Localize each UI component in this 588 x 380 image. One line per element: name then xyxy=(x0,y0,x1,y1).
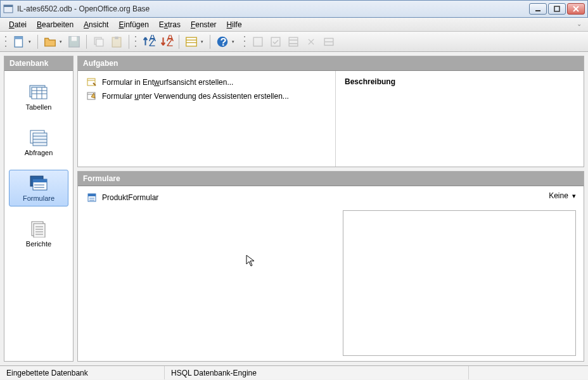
task-label: Formular unter Verwendung des Assistente… xyxy=(102,92,289,101)
tasks-body: Formular in Entwurfsansicht erstellen...… xyxy=(78,71,584,167)
forms-icon xyxy=(28,174,49,192)
reports-icon xyxy=(28,220,49,238)
task-create-design-view[interactable]: Formular in Entwurfsansicht erstellen... xyxy=(87,77,326,87)
main-area: Datenbank Tabellen Abfragen Formulare xyxy=(0,52,588,365)
maximize-button[interactable] xyxy=(548,3,566,15)
task-label: Formular in Entwurfsansicht erstellen... xyxy=(102,78,233,87)
menu-bearbeiten[interactable]: Bearbeiten xyxy=(32,19,79,30)
svg-text:Z: Z xyxy=(149,36,155,48)
tasks-list: Formular in Entwurfsansicht erstellen...… xyxy=(78,71,335,167)
form-icon xyxy=(87,193,97,203)
svg-rect-25 xyxy=(289,37,298,46)
content-area: Aufgaben Formular in Entwurfsansicht ers… xyxy=(77,56,584,362)
title-bar: IL-ates6502.odb - OpenOffice.org Base xyxy=(0,0,588,18)
forms-body: ProduktFormular Keine ▾ xyxy=(78,186,584,361)
status-spacer xyxy=(469,366,588,379)
toolbar-separator xyxy=(37,35,38,49)
nav-list: Tabellen Abfragen Formulare Berichte xyxy=(4,71,73,361)
menu-hilfe[interactable]: Hilfe xyxy=(222,19,247,30)
form-wizard-icon xyxy=(87,91,97,101)
save-button[interactable] xyxy=(67,34,82,49)
close-button[interactable] xyxy=(567,3,585,15)
toolbar-grip[interactable] xyxy=(4,35,8,49)
form-item-produktformular[interactable]: ProduktFormular xyxy=(87,193,326,203)
svg-rect-18 xyxy=(186,37,197,46)
nav-tables[interactable]: Tabellen xyxy=(9,79,68,115)
svg-rect-29 xyxy=(32,87,47,99)
nav-label: Abfragen xyxy=(25,149,53,156)
preview-box xyxy=(343,210,576,356)
copy-button[interactable] xyxy=(91,34,106,49)
help-button[interactable]: ? ▾ xyxy=(215,34,230,49)
toolbar-grip[interactable] xyxy=(243,35,246,49)
svg-rect-9 xyxy=(72,36,77,41)
menu-fenster[interactable]: Fenster xyxy=(186,19,222,30)
nav-queries[interactable]: Abfragen xyxy=(9,124,68,161)
tool-button-5[interactable] xyxy=(321,34,336,49)
queries-icon xyxy=(28,129,49,146)
menu-extras[interactable]: Extras xyxy=(154,19,186,30)
svg-rect-24 xyxy=(271,37,280,46)
forms-preview-panel: Keine ▾ xyxy=(335,186,584,361)
tool-button-4[interactable] xyxy=(304,34,319,49)
description-title: Beschreibung xyxy=(345,77,575,86)
svg-rect-1 xyxy=(4,5,13,7)
svg-rect-3 xyxy=(554,6,559,11)
menu-overflow-icon[interactable]: ⌄ xyxy=(577,20,582,27)
toolbar-grip[interactable] xyxy=(134,35,137,49)
preview-view-dropdown[interactable]: Keine ▾ xyxy=(549,191,576,200)
menu-datei[interactable]: Datei xyxy=(4,19,32,30)
svg-rect-55 xyxy=(88,194,96,196)
toolbar-separator xyxy=(86,35,87,49)
nav-label: Berichte xyxy=(26,240,51,248)
tasks-section: Aufgaben Formular in Entwurfsansicht ers… xyxy=(77,56,584,167)
toolbar-separator xyxy=(179,35,179,49)
svg-rect-11 xyxy=(96,39,103,46)
task-create-wizard[interactable]: Formular unter Verwendung des Assistente… xyxy=(87,91,326,101)
nav-reports[interactable]: Berichte xyxy=(9,215,68,252)
nav-label: Tabellen xyxy=(26,103,52,111)
form-design-icon xyxy=(87,77,97,87)
forms-list: ProduktFormular xyxy=(78,186,335,361)
menu-ansicht[interactable]: Ansicht xyxy=(79,19,113,30)
forms-header: Formulare xyxy=(78,172,584,186)
tasks-description-panel: Beschreibung xyxy=(335,71,584,167)
svg-text:?: ? xyxy=(220,35,227,47)
menu-bar: Datei Bearbeiten Ansicht Einfügen Extras… xyxy=(0,18,588,32)
tool-button-1[interactable] xyxy=(250,34,265,49)
menu-einfuegen[interactable]: Einfügen xyxy=(113,19,153,30)
form-button[interactable]: ▾ xyxy=(184,34,199,49)
app-icon xyxy=(3,4,13,14)
toolbar-separator xyxy=(210,35,210,49)
svg-text:Z: Z xyxy=(167,36,173,48)
status-embedded-db: Eingebettete Datenbank xyxy=(0,366,165,379)
new-button[interactable]: ▾ xyxy=(11,34,27,49)
status-bar: Eingebettete Datenbank HSQL Datenbank-En… xyxy=(0,365,588,379)
form-item-label: ProduktFormular xyxy=(102,193,158,202)
open-button[interactable]: ▾ xyxy=(42,34,58,49)
toolbar: ▾ ▾ AZ AZ ▾ ? ▾ xyxy=(0,32,588,52)
tool-button-3[interactable] xyxy=(286,34,301,49)
forms-section: Formulare ProduktFormular Keine ▾ xyxy=(77,171,584,362)
tool-button-2[interactable] xyxy=(268,34,283,49)
svg-rect-41 xyxy=(33,179,47,182)
toolbar-separator xyxy=(129,35,129,49)
svg-rect-13 xyxy=(115,36,118,39)
svg-rect-45 xyxy=(34,224,45,238)
nav-forms[interactable]: Formulare xyxy=(9,170,68,206)
tasks-header: Aufgaben xyxy=(78,56,584,71)
window-controls xyxy=(529,3,585,15)
tables-icon xyxy=(28,83,49,101)
paste-button[interactable] xyxy=(109,34,124,49)
svg-rect-7 xyxy=(15,36,22,39)
sort-asc-button[interactable]: AZ xyxy=(141,34,157,49)
nav-label: Formulare xyxy=(23,194,54,202)
window-title: IL-ates6502.odb - OpenOffice.org Base xyxy=(17,4,529,13)
sidebar-header: Datenbank xyxy=(4,56,73,71)
svg-rect-23 xyxy=(253,37,262,46)
sidebar: Datenbank Tabellen Abfragen Formulare xyxy=(4,56,74,362)
minimize-button[interactable] xyxy=(529,3,547,15)
sort-desc-button[interactable]: AZ xyxy=(159,34,174,49)
status-engine: HSQL Datenbank-Engine xyxy=(165,366,469,379)
